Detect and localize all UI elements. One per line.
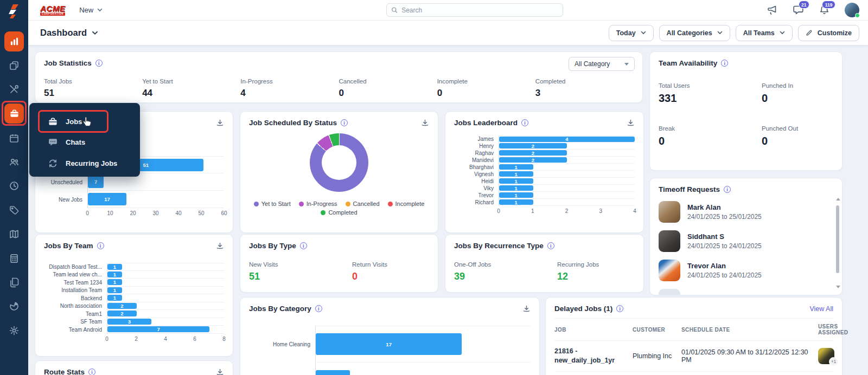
bar[interactable]: 1 [107, 279, 122, 285]
bar[interactable]: 17 [316, 333, 462, 355]
info-icon[interactable] [97, 242, 104, 249]
table-row[interactable]: 21816 - new_daily_job_1yr Plumbing Inc 0… [554, 341, 833, 372]
bar[interactable]: 2 [107, 303, 137, 309]
bar[interactable]: 1 [499, 164, 533, 170]
job-stats-category-select[interactable]: All Category [569, 57, 635, 71]
stat-in-progress: In-Progress4 [240, 78, 339, 99]
info-icon[interactable] [724, 186, 731, 193]
timeoff-request-row[interactable]: Mark Alan24/01/2025 to 25/01/2025 [659, 201, 833, 223]
sidebar-item-invoices[interactable] [9, 277, 20, 288]
info-icon[interactable] [547, 242, 554, 249]
date-filter-button[interactable]: Today [609, 25, 654, 41]
bar[interactable]: 3 [107, 319, 151, 325]
flyout-item-chats[interactable]: Chats [48, 137, 85, 147]
new-dropdown[interactable]: New [79, 6, 103, 14]
messages-button[interactable]: 21 [793, 4, 804, 16]
bar[interactable]: 7 [107, 326, 209, 332]
bar[interactable]: 1 [499, 185, 533, 191]
user-avatar[interactable] [845, 3, 859, 17]
bar[interactable]: 1 [107, 264, 122, 270]
x-tick-label: 30 [152, 210, 158, 216]
scroll-down-arrow[interactable] [836, 286, 840, 288]
sidebar-item-pricebook[interactable] [9, 205, 20, 216]
scrollbar[interactable] [835, 198, 840, 288]
sidebar-item-settings[interactable] [9, 325, 20, 336]
info-icon[interactable] [521, 119, 528, 126]
job-statistics-card: Job Statistics All Category Total Jobs51… [35, 51, 643, 103]
sidebar-item-schedule[interactable] [9, 133, 20, 144]
info-icon[interactable] [721, 60, 728, 67]
info-icon[interactable] [315, 305, 322, 312]
flyout-item-jobs[interactable]: Jobs [48, 117, 82, 127]
notifications-button[interactable]: 119 [819, 4, 830, 16]
bar[interactable]: 1 [499, 178, 533, 184]
bar[interactable]: 7 [88, 176, 104, 188]
bar-row: Installation Team1 [44, 287, 224, 295]
sidebar-item-dashboard[interactable] [4, 31, 24, 51]
assigned-user-avatar[interactable]: +1 [818, 348, 834, 364]
download-icon[interactable] [216, 242, 224, 250]
search-input[interactable] [401, 7, 558, 14]
info-icon[interactable] [616, 305, 623, 312]
flyout-item-recurring-jobs[interactable]: Recurring Jobs [48, 158, 117, 169]
sidebar-item-teams[interactable] [9, 157, 20, 167]
sidebar-item-map[interactable] [9, 229, 20, 240]
bar-track: 1 [499, 192, 635, 199]
bar[interactable]: 4 [316, 370, 350, 375]
bar[interactable]: 2 [499, 143, 567, 148]
bar[interactable]: 1 [499, 199, 533, 205]
view-all-link[interactable]: View All [809, 305, 833, 313]
calendar-icon [9, 133, 20, 144]
download-icon[interactable] [421, 119, 429, 127]
bar[interactable]: 1 [107, 287, 122, 293]
timeoff-name: Trevor Alan [687, 262, 762, 270]
category-label: Henry [454, 143, 499, 149]
sidebar-item-services[interactable] [9, 84, 20, 95]
download-icon[interactable] [627, 119, 635, 127]
teams-filter-button[interactable]: All Teams [736, 25, 793, 41]
bar[interactable]: 1 [107, 271, 122, 277]
legend-item[interactable]: Incomplete [388, 201, 425, 207]
bar-chart-icon [9, 36, 20, 47]
global-search[interactable] [386, 3, 563, 17]
bar[interactable]: 1 [107, 295, 122, 301]
job-id[interactable]: 21816 - new_daily_job_1yr [554, 347, 630, 365]
sidebar-item-estimates[interactable] [9, 253, 20, 264]
info-icon[interactable] [300, 242, 307, 249]
bar[interactable]: 4 [499, 137, 635, 142]
bar[interactable]: 17 [88, 193, 126, 205]
categories-filter-button[interactable]: All Categories [659, 25, 730, 41]
page-title-dropdown[interactable]: Dashboard [40, 28, 98, 38]
sidebar-item-timesheets[interactable] [9, 180, 20, 191]
bar-track: 3 [107, 318, 224, 326]
bar[interactable]: 2 [499, 150, 567, 156]
legend-item[interactable]: Completed [321, 209, 357, 216]
timeoff-request-row[interactable]: A Android FE [659, 289, 833, 295]
download-icon[interactable] [216, 368, 224, 375]
timeoff-request-row[interactable]: Siddhant S24/01/2025 to 24/01/2025 [659, 230, 833, 252]
legend-item[interactable]: Yet to Start [254, 201, 291, 207]
info-icon[interactable] [95, 60, 103, 67]
timeoff-request-row[interactable]: Trevor Alan24/01/2025 to 24/01/2025 [659, 260, 833, 281]
legend-item[interactable]: In-Progress [299, 201, 337, 207]
sidebar-item-projects[interactable] [9, 60, 20, 71]
bar[interactable]: 1 [499, 192, 533, 198]
info-icon[interactable] [341, 119, 348, 126]
app-logo-icon[interactable] [5, 3, 22, 20]
legend-item[interactable]: Cancelled [346, 201, 380, 207]
card-title: Jobs By Category [249, 305, 311, 313]
scroll-up-arrow[interactable] [836, 198, 840, 201]
bar[interactable]: 2 [107, 311, 137, 316]
x-tick-label: 40 [175, 210, 181, 216]
sidebar-item-reports[interactable] [9, 301, 20, 312]
customize-button[interactable]: Customize [798, 25, 859, 41]
download-icon[interactable] [216, 119, 224, 127]
download-icon[interactable] [522, 305, 531, 313]
brand-logo[interactable]: ACME CORPORATION [40, 4, 65, 16]
bar[interactable]: 2 [499, 157, 567, 163]
announcements-button[interactable] [767, 4, 778, 16]
bar[interactable]: 1 [499, 171, 533, 177]
info-icon[interactable] [88, 368, 95, 375]
flyout-item-label: Recurring Jobs [66, 159, 117, 167]
scrollbar-thumb[interactable] [836, 205, 839, 273]
